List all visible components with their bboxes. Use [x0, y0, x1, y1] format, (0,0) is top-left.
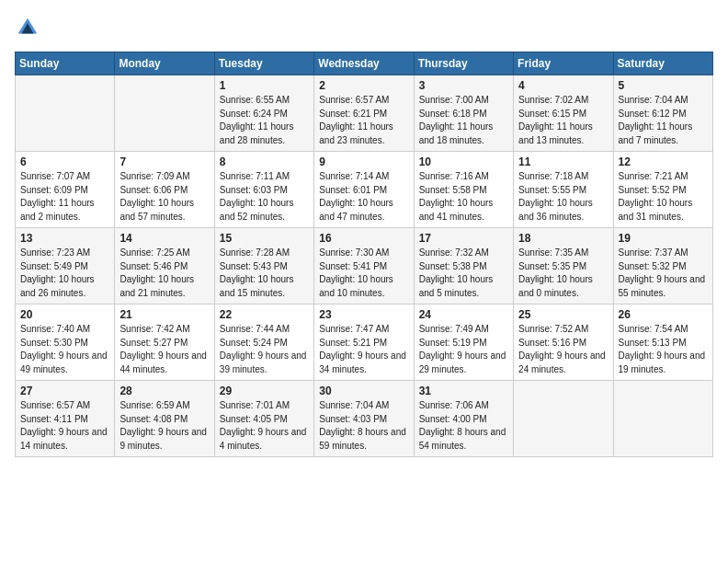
week-row-4: 20Sunrise: 7:40 AMSunset: 5:30 PMDayligh…: [16, 304, 713, 381]
day-number: 5: [619, 79, 708, 92]
day-info: Sunrise: 7:16 AMSunset: 5:58 PMDaylight:…: [419, 170, 508, 224]
day-info: Sunrise: 6:57 AMSunset: 6:21 PMDaylight:…: [319, 94, 408, 147]
logo: [15, 15, 44, 40]
day-cell: 3Sunrise: 7:00 AMSunset: 6:18 PMDaylight…: [414, 75, 513, 152]
day-info: Sunrise: 7:14 AMSunset: 6:01 PMDaylight:…: [319, 170, 408, 224]
day-info: Sunrise: 7:28 AMSunset: 5:43 PMDaylight:…: [220, 247, 309, 300]
day-number: 9: [319, 155, 408, 168]
day-number: 4: [518, 79, 608, 92]
week-row-2: 6Sunrise: 7:07 AMSunset: 6:09 PMDaylight…: [16, 152, 713, 228]
day-number: 18: [518, 232, 608, 245]
day-cell: 15Sunrise: 7:28 AMSunset: 5:43 PMDayligh…: [214, 228, 313, 304]
day-number: 26: [619, 308, 708, 321]
day-info: Sunrise: 7:49 AMSunset: 5:19 PMDaylight:…: [419, 323, 508, 376]
day-info: Sunrise: 6:59 AMSunset: 4:08 PMDaylight:…: [119, 399, 209, 453]
day-cell: 19Sunrise: 7:37 AMSunset: 5:32 PMDayligh…: [613, 228, 712, 304]
day-number: 6: [20, 155, 109, 168]
day-cell: 16Sunrise: 7:30 AMSunset: 5:41 PMDayligh…: [314, 228, 414, 304]
day-info: Sunrise: 7:02 AMSunset: 6:15 PMDaylight:…: [518, 94, 608, 147]
week-row-5: 27Sunrise: 6:57 AMSunset: 4:11 PMDayligh…: [16, 381, 713, 457]
day-cell: 9Sunrise: 7:14 AMSunset: 6:01 PMDaylight…: [314, 152, 414, 228]
day-info: Sunrise: 7:07 AMSunset: 6:09 PMDaylight:…: [20, 170, 109, 224]
column-header-sunday: Sunday: [16, 52, 115, 75]
day-info: Sunrise: 7:18 AMSunset: 5:55 PMDaylight:…: [518, 170, 608, 224]
day-info: Sunrise: 7:04 AMSunset: 4:03 PMDaylight:…: [319, 399, 408, 453]
day-number: 1: [220, 79, 309, 92]
day-cell: 2Sunrise: 6:57 AMSunset: 6:21 PMDaylight…: [314, 75, 414, 152]
day-number: 25: [518, 308, 608, 321]
calendar-table: SundayMondayTuesdayWednesdayThursdayFrid…: [15, 52, 713, 457]
day-number: 3: [419, 79, 508, 92]
day-cell: [514, 381, 613, 457]
day-info: Sunrise: 7:44 AMSunset: 5:24 PMDaylight:…: [220, 323, 309, 376]
day-info: Sunrise: 7:47 AMSunset: 5:21 PMDaylight:…: [319, 323, 408, 376]
day-cell: 7Sunrise: 7:09 AMSunset: 6:06 PMDaylight…: [115, 152, 214, 228]
day-cell: 27Sunrise: 6:57 AMSunset: 4:11 PMDayligh…: [16, 381, 115, 457]
day-info: Sunrise: 7:40 AMSunset: 5:30 PMDaylight:…: [20, 323, 109, 376]
day-info: Sunrise: 7:09 AMSunset: 6:06 PMDaylight:…: [119, 170, 209, 224]
day-number: 16: [319, 232, 408, 245]
day-info: Sunrise: 7:30 AMSunset: 5:41 PMDaylight:…: [319, 247, 408, 300]
day-info: Sunrise: 7:04 AMSunset: 6:12 PMDaylight:…: [619, 94, 708, 147]
logo-icon: [15, 15, 40, 40]
day-number: 13: [20, 232, 109, 245]
day-info: Sunrise: 7:54 AMSunset: 5:13 PMDaylight:…: [619, 323, 708, 376]
day-cell: 30Sunrise: 7:04 AMSunset: 4:03 PMDayligh…: [314, 381, 414, 457]
day-info: Sunrise: 7:23 AMSunset: 5:49 PMDaylight:…: [20, 247, 109, 300]
day-cell: 14Sunrise: 7:25 AMSunset: 5:46 PMDayligh…: [115, 228, 214, 304]
day-cell: 25Sunrise: 7:52 AMSunset: 5:16 PMDayligh…: [514, 304, 613, 381]
day-cell: 1Sunrise: 6:55 AMSunset: 6:24 PMDaylight…: [214, 75, 313, 152]
day-cell: 28Sunrise: 6:59 AMSunset: 4:08 PMDayligh…: [115, 381, 214, 457]
column-header-monday: Monday: [115, 52, 214, 75]
day-number: 11: [518, 155, 608, 168]
column-header-friday: Friday: [514, 52, 613, 75]
day-cell: 18Sunrise: 7:35 AMSunset: 5:35 PMDayligh…: [514, 228, 613, 304]
day-number: 28: [119, 385, 209, 397]
page-header: [15, 15, 713, 40]
day-info: Sunrise: 7:00 AMSunset: 6:18 PMDaylight:…: [419, 94, 508, 147]
day-number: 31: [419, 385, 508, 397]
day-cell: 4Sunrise: 7:02 AMSunset: 6:15 PMDaylight…: [514, 75, 613, 152]
day-info: Sunrise: 6:57 AMSunset: 4:11 PMDaylight:…: [20, 399, 109, 453]
day-info: Sunrise: 7:25 AMSunset: 5:46 PMDaylight:…: [119, 247, 209, 300]
day-number: 8: [220, 155, 309, 168]
day-info: Sunrise: 6:55 AMSunset: 6:24 PMDaylight:…: [220, 94, 309, 147]
day-number: 12: [619, 155, 708, 168]
day-cell: 6Sunrise: 7:07 AMSunset: 6:09 PMDaylight…: [16, 152, 115, 228]
day-number: 2: [319, 79, 408, 92]
day-info: Sunrise: 7:11 AMSunset: 6:03 PMDaylight:…: [220, 170, 309, 224]
day-info: Sunrise: 7:42 AMSunset: 5:27 PMDaylight:…: [119, 323, 209, 376]
day-cell: 12Sunrise: 7:21 AMSunset: 5:52 PMDayligh…: [613, 152, 712, 228]
day-cell: 29Sunrise: 7:01 AMSunset: 4:05 PMDayligh…: [214, 381, 313, 457]
day-number: 22: [220, 308, 309, 321]
day-cell: [613, 381, 712, 457]
day-cell: 31Sunrise: 7:06 AMSunset: 4:00 PMDayligh…: [414, 381, 513, 457]
day-cell: 10Sunrise: 7:16 AMSunset: 5:58 PMDayligh…: [414, 152, 513, 228]
day-number: 10: [419, 155, 508, 168]
day-cell: [16, 75, 115, 152]
week-row-3: 13Sunrise: 7:23 AMSunset: 5:49 PMDayligh…: [16, 228, 713, 304]
day-number: 7: [119, 155, 209, 168]
day-cell: [115, 75, 214, 152]
day-cell: 26Sunrise: 7:54 AMSunset: 5:13 PMDayligh…: [613, 304, 712, 381]
day-number: 21: [119, 308, 209, 321]
day-info: Sunrise: 7:37 AMSunset: 5:32 PMDaylight:…: [619, 247, 708, 300]
day-info: Sunrise: 7:01 AMSunset: 4:05 PMDaylight:…: [220, 399, 309, 453]
day-cell: 5Sunrise: 7:04 AMSunset: 6:12 PMDaylight…: [613, 75, 712, 152]
day-info: Sunrise: 7:21 AMSunset: 5:52 PMDaylight:…: [619, 170, 708, 224]
day-cell: 23Sunrise: 7:47 AMSunset: 5:21 PMDayligh…: [314, 304, 414, 381]
day-cell: 24Sunrise: 7:49 AMSunset: 5:19 PMDayligh…: [414, 304, 513, 381]
day-number: 20: [20, 308, 109, 321]
day-info: Sunrise: 7:32 AMSunset: 5:38 PMDaylight:…: [419, 247, 508, 300]
day-info: Sunrise: 7:35 AMSunset: 5:35 PMDaylight:…: [518, 247, 608, 300]
day-number: 23: [319, 308, 408, 321]
day-number: 24: [419, 308, 508, 321]
column-header-tuesday: Tuesday: [214, 52, 313, 75]
day-cell: 17Sunrise: 7:32 AMSunset: 5:38 PMDayligh…: [414, 228, 513, 304]
day-info: Sunrise: 7:52 AMSunset: 5:16 PMDaylight:…: [518, 323, 608, 376]
day-cell: 20Sunrise: 7:40 AMSunset: 5:30 PMDayligh…: [16, 304, 115, 381]
day-number: 14: [119, 232, 209, 245]
week-row-1: 1Sunrise: 6:55 AMSunset: 6:24 PMDaylight…: [16, 75, 713, 152]
day-number: 27: [20, 385, 109, 397]
day-info: Sunrise: 7:06 AMSunset: 4:00 PMDaylight:…: [419, 399, 508, 453]
